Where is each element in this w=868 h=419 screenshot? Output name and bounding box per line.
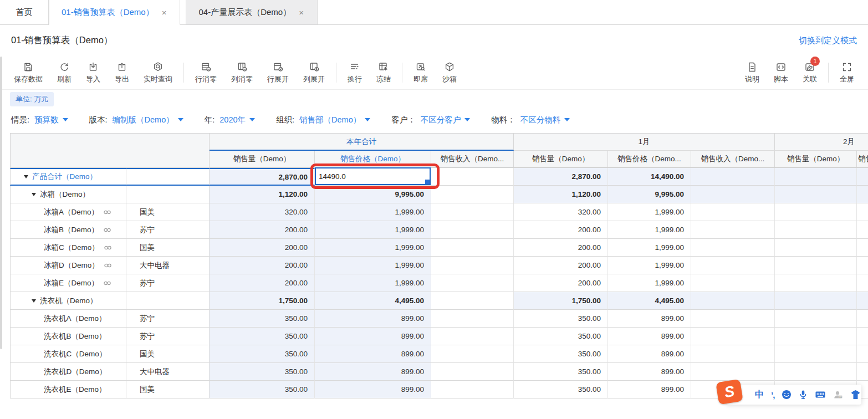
value-cell[interactable] [691, 310, 775, 328]
row-name-cell[interactable]: 产品合计（Demo） [10, 168, 126, 186]
value-cell[interactable] [775, 328, 857, 345]
filter-customer-dropdown[interactable]: 不区分客户 [421, 115, 471, 125]
editing-cell[interactable]: 14490.0 [315, 168, 431, 186]
collapse-triangle-icon[interactable] [32, 299, 36, 303]
column-header[interactable]: 销售价格（Demo... [857, 151, 868, 168]
value-cell[interactable]: 350.00 [514, 310, 608, 328]
chinese-mode-icon[interactable]: 中 [755, 389, 764, 401]
value-cell[interactable] [431, 363, 514, 381]
value-cell[interactable] [691, 221, 775, 239]
value-cell[interactable] [691, 363, 775, 381]
close-icon[interactable]: × [298, 7, 305, 18]
profile-icon[interactable]: 11 [833, 390, 843, 400]
value-cell[interactable] [775, 257, 857, 274]
value-cell[interactable] [857, 168, 868, 186]
value-cell[interactable] [431, 328, 514, 345]
row-customer-cell[interactable] [126, 292, 210, 310]
close-icon[interactable]: × [161, 7, 168, 18]
fill-handle[interactable] [425, 180, 430, 184]
row-name-cell[interactable]: 洗衣机C（Demo） [10, 345, 126, 363]
toolbar-button-save[interactable]: 保存数据 [14, 62, 43, 84]
value-cell[interactable]: 1,999.00 [315, 203, 431, 221]
row-name-cell[interactable]: 冰箱E（Demo） [10, 274, 126, 292]
row-customer-cell[interactable] [126, 168, 210, 186]
value-cell[interactable]: 1,999.00 [608, 203, 691, 221]
value-cell[interactable] [857, 292, 868, 310]
tab-sales-budget[interactable]: 01-销售预算表（Demo） × [49, 0, 180, 25]
toolbar-button-col-clear-zero[interactable]: 列消零 [231, 62, 253, 84]
value-cell[interactable] [775, 186, 857, 203]
row-customer-cell[interactable]: 国美 [126, 239, 210, 257]
value-cell[interactable] [775, 363, 857, 381]
value-cell[interactable]: 350.00 [210, 310, 315, 328]
value-cell[interactable]: 1,999.00 [315, 239, 431, 257]
value-cell[interactable] [775, 274, 857, 292]
column-header[interactable]: 销售价格（Demo） [315, 151, 431, 168]
virtual-keyboard-icon[interactable] [815, 390, 826, 399]
value-cell[interactable] [691, 345, 775, 363]
column-group-header[interactable]: 1月 [514, 133, 775, 151]
column-header[interactable]: 销售量（Demo） [210, 151, 315, 168]
value-cell[interactable] [775, 292, 857, 310]
value-cell[interactable]: 1,120.00 [210, 186, 315, 203]
value-cell[interactable] [857, 257, 868, 274]
toolbar-button-row-expand[interactable]: 行展开 [267, 62, 289, 84]
row-name-cell[interactable]: 冰箱（Demo） [10, 186, 126, 203]
toolbar-button-note[interactable]: 说明 [745, 62, 759, 84]
row-customer-cell[interactable]: 苏宁 [126, 328, 210, 345]
value-cell[interactable] [775, 345, 857, 363]
row-name-cell[interactable]: 冰箱D（Demo） [10, 257, 126, 274]
value-cell[interactable] [857, 221, 868, 239]
value-cell[interactable] [431, 381, 514, 398]
column-header[interactable]: 销售量（Demo） [514, 151, 608, 168]
value-cell[interactable]: 1,999.00 [608, 221, 691, 239]
row-customer-cell[interactable] [126, 186, 210, 203]
toolbar-button-adhoc[interactable]: 即席 [413, 62, 428, 84]
row-customer-cell[interactable]: 苏宁 [126, 221, 210, 239]
row-customer-cell[interactable]: 国美 [126, 345, 210, 363]
row-customer-cell[interactable]: 苏宁 [126, 274, 210, 292]
vertical-scrollbar[interactable] [0, 57, 2, 349]
row-customer-cell[interactable]: 苏宁 [126, 310, 210, 328]
row-name-cell[interactable]: 洗衣机B（Demo） [10, 328, 126, 345]
value-cell[interactable] [691, 292, 775, 310]
row-name-cell[interactable]: 冰箱B（Demo） [10, 221, 126, 239]
value-cell[interactable] [857, 345, 868, 363]
value-cell[interactable]: 200.00 [210, 274, 315, 292]
value-cell[interactable] [431, 239, 514, 257]
value-cell[interactable]: 899.00 [608, 363, 691, 381]
toolbar-button-realtime-query[interactable]: 实时查询 [144, 62, 172, 84]
value-cell[interactable] [691, 257, 775, 274]
value-cell[interactable]: 350.00 [210, 328, 315, 345]
value-cell[interactable] [431, 203, 514, 221]
toolbar-button-import[interactable]: 导入 [86, 62, 100, 84]
column-header[interactable]: 销售收入（Demo... [691, 151, 775, 168]
value-cell[interactable]: 899.00 [608, 328, 691, 345]
toolbar-button-relation[interactable]: 关联1 [803, 62, 817, 84]
value-cell[interactable]: 200.00 [210, 257, 315, 274]
toolbar-button-fullscreen[interactable]: 全屏 [840, 62, 854, 84]
column-header[interactable]: 销售量（Demo） [775, 151, 857, 168]
value-cell[interactable]: 320.00 [514, 203, 608, 221]
value-cell[interactable] [775, 203, 857, 221]
value-cell[interactable]: 899.00 [315, 381, 431, 398]
value-cell[interactable] [431, 221, 514, 239]
value-cell[interactable]: 899.00 [608, 310, 691, 328]
collapse-triangle-icon[interactable] [24, 175, 28, 178]
value-cell[interactable]: 899.00 [315, 328, 431, 345]
toolbar-button-script[interactable]: 脚本 [774, 62, 788, 84]
toolbar-button-refresh[interactable]: 刷新 [57, 62, 72, 84]
value-cell[interactable] [691, 328, 775, 345]
value-cell[interactable]: 1,999.00 [315, 221, 431, 239]
row-name-cell[interactable]: 洗衣机A（Demo） [10, 310, 126, 328]
value-cell[interactable]: 9,995.00 [608, 186, 691, 203]
value-cell[interactable] [857, 363, 868, 381]
switch-define-mode-link[interactable]: 切换到定义模式 [799, 35, 857, 46]
skin-icon[interactable] [850, 390, 861, 400]
value-cell[interactable]: 1,120.00 [514, 186, 608, 203]
row-customer-cell[interactable]: 大中电器 [126, 257, 210, 274]
row-name-cell[interactable]: 洗衣机E（Demo） [10, 381, 126, 398]
value-cell[interactable] [857, 274, 868, 292]
row-name-cell[interactable]: 冰箱A（Demo） [10, 203, 126, 221]
value-cell[interactable]: 2,870.00 [514, 168, 608, 186]
